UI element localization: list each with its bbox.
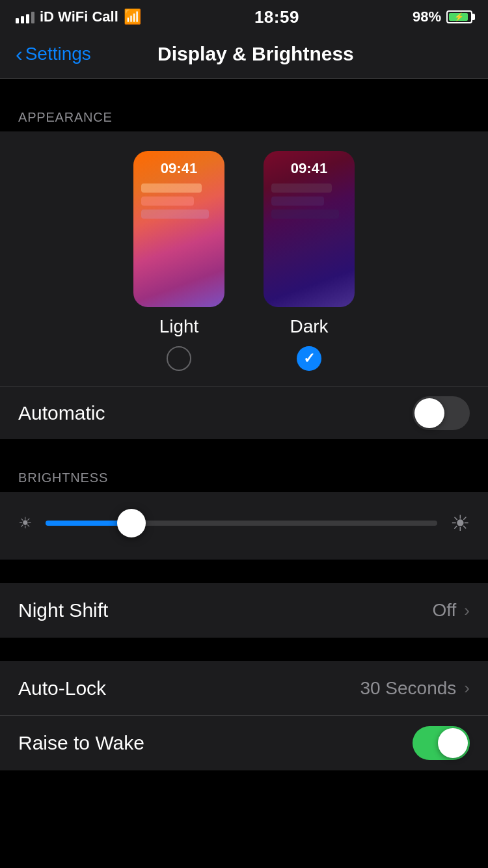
brightness-low-icon: ☀ xyxy=(18,514,33,532)
raise-to-wake-row: Raise to Wake xyxy=(0,716,488,770)
light-phone-widgets xyxy=(141,183,217,219)
auto-lock-chevron-icon: › xyxy=(464,678,470,698)
signal-bar-3 xyxy=(26,14,29,23)
dark-label: Dark xyxy=(290,316,328,337)
section-gap-brightness xyxy=(0,439,488,463)
night-shift-row[interactable]: Night Shift Off › xyxy=(0,583,488,638)
dark-phone-time: 09:41 xyxy=(291,160,327,177)
automatic-toggle[interactable] xyxy=(413,396,470,430)
automatic-row: Automatic xyxy=(0,387,488,439)
signal-bar-4 xyxy=(31,12,34,23)
automatic-toggle-thumb xyxy=(414,398,444,428)
night-shift-value: Off xyxy=(432,600,456,621)
status-right: 98% ⚡ xyxy=(413,8,472,25)
nav-bar: ‹ Settings Display & Brightness xyxy=(0,33,488,79)
status-left: iD WiFi Call 📶 xyxy=(16,8,141,25)
raise-to-wake-toggle-thumb xyxy=(438,728,468,758)
brightness-high-icon: ☀ xyxy=(450,510,470,536)
page-title: Display & Brightness xyxy=(39,43,472,65)
appearance-header: APPEARANCE xyxy=(0,102,488,131)
dark-widget-2 xyxy=(271,197,324,206)
light-radio-button[interactable] xyxy=(167,346,191,371)
status-bar: iD WiFi Call 📶 18:59 98% ⚡ xyxy=(0,0,488,33)
signal-bar-1 xyxy=(16,18,19,23)
battery-icon: ⚡ xyxy=(446,10,472,23)
brightness-slider-thumb[interactable] xyxy=(117,509,146,537)
auto-lock-right: 30 Seconds › xyxy=(360,678,470,699)
dark-widget-1 xyxy=(271,183,332,193)
light-label: Light xyxy=(159,316,199,337)
night-shift-chevron-icon: › xyxy=(464,601,470,621)
brightness-section: ☀ ☀ xyxy=(0,492,488,560)
appearance-options: 09:41 Light 09:41 Dark xyxy=(0,131,488,387)
automatic-label: Automatic xyxy=(18,402,105,424)
brightness-slider[interactable] xyxy=(46,521,437,526)
light-widget-1 xyxy=(141,183,202,193)
signal-bars xyxy=(16,10,34,23)
brightness-slider-container: ☀ ☀ xyxy=(18,505,470,541)
signal-bar-2 xyxy=(21,16,24,23)
brightness-header: BRIGHTNESS xyxy=(0,463,488,492)
status-time: 18:59 xyxy=(254,7,299,27)
dark-widget-3 xyxy=(271,210,339,219)
wifi-icon: 📶 xyxy=(124,8,141,25)
section-gap-night-shift xyxy=(0,560,488,583)
charging-bolt-icon: ⚡ xyxy=(454,12,464,21)
night-shift-label: Night Shift xyxy=(18,599,108,621)
auto-lock-row[interactable]: Auto-Lock 30 Seconds › xyxy=(0,661,488,716)
auto-lock-value: 30 Seconds xyxy=(360,678,456,699)
appearance-section: 09:41 Light 09:41 Dark xyxy=(0,131,488,439)
section-gap-appearance xyxy=(0,79,488,102)
phone-preview-light: 09:41 xyxy=(133,151,224,307)
auto-lock-label: Auto-Lock xyxy=(18,677,106,699)
raise-to-wake-label: Raise to Wake xyxy=(18,732,144,754)
appearance-option-dark[interactable]: 09:41 Dark ✓ xyxy=(264,151,355,371)
phone-preview-dark: 09:41 xyxy=(264,151,355,307)
battery-percent: 98% xyxy=(413,8,441,25)
appearance-option-light[interactable]: 09:41 Light xyxy=(133,151,224,371)
raise-to-wake-toggle[interactable] xyxy=(413,726,470,760)
light-widget-3 xyxy=(141,210,209,219)
light-widget-2 xyxy=(141,197,194,206)
carrier-label: iD WiFi Call xyxy=(40,8,118,25)
dark-phone-widgets xyxy=(271,183,347,219)
dark-checkmark-icon: ✓ xyxy=(303,350,315,367)
light-phone-time: 09:41 xyxy=(161,160,197,177)
auto-lock-section: Auto-Lock 30 Seconds › Raise to Wake xyxy=(0,661,488,770)
night-shift-section: Night Shift Off › xyxy=(0,583,488,638)
section-gap-auto-lock xyxy=(0,638,488,661)
back-chevron-icon: ‹ xyxy=(16,44,23,64)
dark-radio-button[interactable]: ✓ xyxy=(297,346,321,371)
night-shift-right: Off › xyxy=(432,600,470,621)
